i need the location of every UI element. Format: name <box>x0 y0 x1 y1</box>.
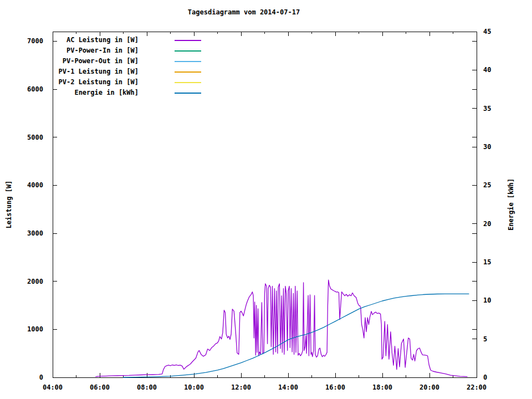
x-tick-label: 22:00 <box>467 383 487 391</box>
legend-label: PV-1 Leistung in [W] <box>53 66 139 77</box>
legend-item: PV-Power-In in [W] <box>53 45 201 55</box>
y2-axis: 051015202530354045 <box>472 28 491 381</box>
x-tick-label: 14:00 <box>278 383 298 391</box>
legend-label: AC Leistung in [W] <box>53 35 139 45</box>
y-tick-label: 7000 <box>27 37 43 45</box>
x-tick-label: 12:00 <box>231 383 251 391</box>
legend-color-sample <box>175 50 201 52</box>
x-tick-label: 08:00 <box>137 383 157 391</box>
legend-color-sample <box>175 93 201 94</box>
y2-tick-label: 30 <box>483 143 491 151</box>
legend-item: Energie in [kWh] <box>53 87 201 98</box>
y2-tick-label: 25 <box>483 181 491 189</box>
series-lines <box>96 280 469 377</box>
y2-tick-label: 0 <box>483 374 487 381</box>
x-tick-label: 18:00 <box>372 383 392 391</box>
y-tick-label: 0 <box>39 374 43 381</box>
x-tick-label: 04:00 <box>43 383 63 391</box>
y-tick-label: 5000 <box>27 134 43 141</box>
legend-color-sample <box>175 61 201 62</box>
legend: AC Leistung in [W]PV-Power-In in [W]PV-P… <box>53 34 201 98</box>
legend-item: AC Leistung in [W] <box>53 34 201 45</box>
legend-item: PV-2 Leistung in [W] <box>53 76 201 87</box>
legend-item: PV-1 Leistung in [W] <box>53 66 201 76</box>
y-tick-label: 1000 <box>27 325 43 333</box>
legend-label: PV-Power-Out in [W] <box>53 56 139 66</box>
x-tick-label: 16:00 <box>325 383 345 391</box>
series-line-ac-leistung-in-w <box>96 280 467 377</box>
legend-color-sample <box>175 82 201 83</box>
x-tick-label: 06:00 <box>90 383 110 391</box>
x-tick-label: 20:00 <box>420 383 439 391</box>
legend-item: PV-Power-Out in [W] <box>53 55 201 66</box>
tagesdiagramm-chart: Tagesdiagramm vom 2014-07-17 Leistung [W… <box>0 0 532 399</box>
y2-tick-label: 20 <box>483 220 491 228</box>
y2-tick-label: 35 <box>483 105 491 112</box>
legend-label: PV-Power-In in [W] <box>53 45 139 56</box>
legend-label: Energie in [kWh] <box>53 88 139 98</box>
y2-tick-label: 45 <box>483 28 491 35</box>
y-tick-label: 6000 <box>27 85 43 93</box>
y-tick-label: 3000 <box>27 229 43 237</box>
y2-tick-label: 15 <box>483 258 491 266</box>
y2-tick-label: 5 <box>483 335 487 343</box>
x-tick-label: 10:00 <box>184 383 204 391</box>
y-tick-label: 2000 <box>27 278 43 285</box>
y-tick-label: 4000 <box>27 181 43 189</box>
legend-label: PV-2 Leistung in [W] <box>53 77 139 88</box>
legend-color-sample <box>175 71 201 73</box>
y2-tick-label: 10 <box>483 296 491 304</box>
legend-color-sample <box>175 40 201 41</box>
y2-tick-label: 40 <box>483 66 491 74</box>
